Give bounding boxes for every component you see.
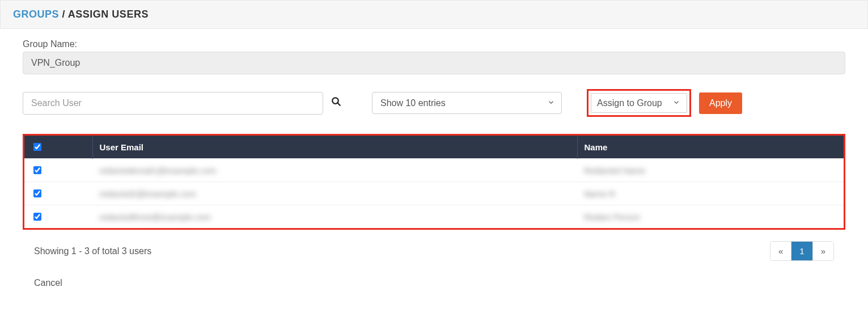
select-all-checkbox[interactable] [33, 143, 41, 151]
user-email-cell: redactedemail1@example.com [99, 166, 217, 175]
entries-select[interactable]: Show 10 entries [372, 92, 562, 114]
table-row: redacted2@example.com Name R [24, 182, 844, 205]
assign-to-group-select[interactable]: Assign to Group [591, 93, 687, 113]
page-header: Groups / Assign Users [0, 0, 868, 29]
user-name-cell: Redacted Name [584, 166, 645, 175]
showing-text: Showing 1 - 3 of total 3 users [34, 246, 151, 256]
users-table: User Email Name redactedemail1@example.c… [24, 136, 844, 228]
apply-button[interactable]: Apply [699, 92, 742, 114]
breadcrumb: Groups / Assign Users [13, 9, 855, 20]
group-name-label: Group Name: [23, 39, 845, 49]
entries-select-wrap: Show 10 entries [372, 92, 562, 114]
table-footer: Showing 1 - 3 of total 3 users « 1 » [23, 241, 845, 261]
user-name-cell: Redact Person [584, 212, 640, 222]
header-name: Name [577, 136, 844, 159]
users-table-highlight: User Email Name redactedemail1@example.c… [23, 134, 845, 230]
page-prev[interactable]: « [770, 242, 791, 260]
group-name-field [23, 52, 845, 74]
search-icon[interactable] [331, 96, 341, 109]
cancel-button[interactable]: Cancel [23, 278, 845, 288]
user-name-cell: Name R [584, 189, 615, 199]
user-email-cell: redactedthree@example.com [99, 212, 211, 222]
row-checkbox[interactable] [33, 213, 41, 221]
controls-row: Show 10 entries Assign to Group Apply [23, 89, 845, 117]
breadcrumb-current: Assign Users [68, 9, 149, 20]
row-checkbox[interactable] [33, 166, 41, 174]
svg-line-1 [337, 103, 340, 106]
pagination: « 1 » [770, 241, 834, 261]
user-email-cell: redacted2@example.com [99, 189, 196, 199]
assign-select-highlight: Assign to Group [587, 89, 691, 117]
row-checkbox[interactable] [33, 189, 41, 197]
breadcrumb-separator: / [59, 9, 68, 20]
search-input[interactable] [23, 92, 323, 115]
header-checkbox-cell [24, 136, 92, 159]
table-row: redactedthree@example.com Redact Person [24, 205, 844, 229]
page-1[interactable]: 1 [791, 242, 812, 260]
assign-select-wrap: Assign to Group [591, 93, 687, 113]
page-next[interactable]: » [813, 242, 833, 260]
table-row: redactedemail1@example.com Redacted Name [24, 159, 844, 182]
header-email: User Email [92, 136, 577, 159]
content-area: Group Name: Show 10 entries Assign to Gr… [0, 29, 868, 305]
breadcrumb-parent-link[interactable]: Groups [13, 9, 59, 20]
